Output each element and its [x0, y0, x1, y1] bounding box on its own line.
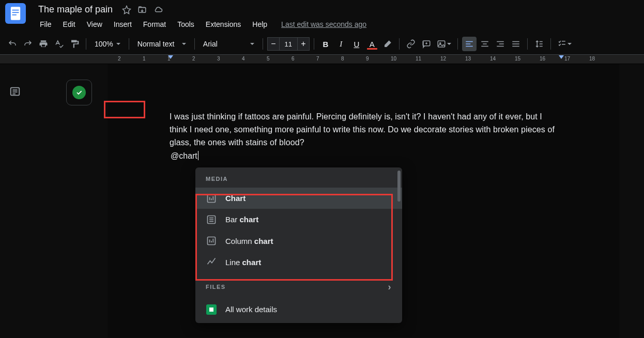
- svg-rect-1: [12, 10, 19, 11]
- insert-image-button[interactable]: [435, 37, 453, 51]
- star-icon[interactable]: [122, 5, 131, 14]
- chart-icon: [206, 256, 217, 268]
- menubar: FileEditViewInsertFormatToolsExtensionsH…: [35, 18, 366, 30]
- ruler-tick: 14: [490, 56, 496, 62]
- chevron-down-icon: [568, 43, 572, 45]
- font-size-decrease[interactable]: −: [267, 37, 280, 51]
- align-justify-button[interactable]: [509, 37, 523, 51]
- text-cursor: [198, 151, 198, 160]
- ruler-tick: 2: [118, 56, 121, 62]
- cloud-icon[interactable]: [153, 5, 163, 14]
- font-size-increase[interactable]: +: [297, 37, 310, 51]
- checklist-button[interactable]: [555, 37, 574, 51]
- chevron-down-icon: [250, 43, 254, 45]
- popup-item-label: Bar chart: [225, 213, 258, 225]
- ruler-tick: 7: [316, 56, 319, 62]
- zoom-select[interactable]: 100%: [90, 37, 125, 51]
- redo-button[interactable]: [21, 37, 35, 51]
- italic-button[interactable]: I: [334, 37, 348, 51]
- text-color-button[interactable]: A: [365, 37, 379, 51]
- spellcheck-button[interactable]: [52, 37, 66, 51]
- docs-logo[interactable]: [5, 3, 26, 24]
- popup-section-media: MEDIA: [195, 167, 402, 188]
- ruler-tick: 1: [167, 56, 171, 62]
- body-paragraph[interactable]: I was just thinking if tattoos are painf…: [170, 111, 557, 149]
- popup-item-label: Line chart: [225, 256, 261, 268]
- font-size-group: − +: [267, 37, 310, 51]
- ruler-tick: 6: [292, 56, 295, 62]
- last-edit-link[interactable]: Last edit was seconds ago: [281, 20, 366, 28]
- ruler-tick: 10: [391, 56, 396, 62]
- ruler-tick: 11: [416, 56, 421, 62]
- insert-comment-button[interactable]: [419, 37, 434, 51]
- svg-rect-0: [11, 7, 20, 20]
- ruler-tick: 18: [589, 56, 595, 62]
- align-left-button[interactable]: [462, 37, 477, 51]
- print-button[interactable]: [36, 37, 51, 51]
- scrollbar-thumb[interactable]: [397, 171, 401, 202]
- chart-icon: [206, 214, 217, 225]
- svg-rect-2: [12, 12, 19, 13]
- chevron-down-icon: [447, 43, 451, 45]
- menu-tools[interactable]: Tools: [173, 18, 199, 30]
- ruler-tick: 2: [192, 56, 195, 62]
- popup-item-label: Column chart: [225, 235, 273, 247]
- ruler-tick: 1: [143, 56, 146, 62]
- document-page[interactable]: I was just thinking if tattoos are painf…: [108, 64, 619, 337]
- menu-file[interactable]: File: [35, 18, 56, 30]
- chart-icon: [206, 235, 217, 247]
- ruler[interactable]: 21123456789101112131415161718: [0, 55, 644, 64]
- toolbar: 100% Normal text Arial − + B I U A: [0, 34, 644, 55]
- chevron-down-icon: [182, 43, 186, 45]
- underline-button[interactable]: U: [349, 37, 364, 51]
- align-center-button[interactable]: [478, 37, 492, 51]
- ruler-tick: 9: [366, 56, 369, 62]
- popup-item-bar-chart[interactable]: Bar chart: [195, 209, 402, 230]
- menu-format[interactable]: Format: [139, 18, 171, 30]
- align-right-button[interactable]: [493, 37, 508, 51]
- chevron-down-icon: [116, 43, 120, 45]
- menu-extensions[interactable]: Extensions: [201, 18, 246, 30]
- menu-view[interactable]: View: [82, 18, 107, 30]
- bold-button[interactable]: B: [318, 37, 333, 51]
- ruler-right-marker[interactable]: [559, 55, 564, 59]
- ruler-tick: 17: [564, 56, 570, 62]
- popup-item-line-chart[interactable]: Line chart: [195, 252, 402, 273]
- annotation-box-mention: [104, 101, 145, 118]
- ruler-tick: 13: [465, 56, 471, 62]
- svg-rect-3: [12, 14, 17, 16]
- menu-insert[interactable]: Insert: [109, 18, 136, 30]
- font-size-input[interactable]: [280, 37, 297, 51]
- ruler-tick: 15: [515, 56, 520, 62]
- paint-format-button[interactable]: [67, 37, 82, 51]
- paragraph-style-select[interactable]: Normal text: [133, 37, 190, 51]
- popup-item-chart[interactable]: Chart: [195, 188, 402, 209]
- mention-text[interactable]: @chart: [171, 151, 197, 160]
- sheets-icon: [206, 304, 217, 315]
- move-icon[interactable]: [137, 5, 147, 14]
- undo-button[interactable]: [5, 37, 20, 51]
- popup-item-label: All work details: [225, 303, 277, 315]
- popup-file-item[interactable]: All work details: [195, 299, 402, 320]
- chart-icon: [206, 193, 217, 204]
- popup-item-column-chart[interactable]: Column chart: [195, 231, 402, 252]
- ruler-tick: 4: [242, 56, 245, 62]
- svg-rect-6: [438, 41, 445, 47]
- ruler-tick: 8: [341, 56, 344, 62]
- popup-item-label: Chart: [225, 192, 246, 204]
- ruler-tick: 5: [267, 56, 270, 62]
- document-title[interactable]: The maple of pain: [35, 3, 116, 16]
- menu-help[interactable]: Help: [248, 18, 272, 30]
- insert-link-button[interactable]: [404, 37, 418, 51]
- grammar-check-chip[interactable]: [66, 80, 92, 105]
- popup-section-files[interactable]: FILES ›: [195, 273, 402, 299]
- ruler-tick: 3: [217, 56, 220, 62]
- ruler-tick: 16: [540, 56, 545, 62]
- ruler-tick: 12: [440, 56, 446, 62]
- font-select[interactable]: Arial: [199, 37, 258, 51]
- menu-edit[interactable]: Edit: [58, 18, 80, 30]
- line-spacing-button[interactable]: [532, 37, 546, 51]
- highlight-button[interactable]: [380, 37, 395, 51]
- chevron-right-icon: ›: [388, 280, 392, 295]
- outline-button[interactable]: [7, 84, 23, 99]
